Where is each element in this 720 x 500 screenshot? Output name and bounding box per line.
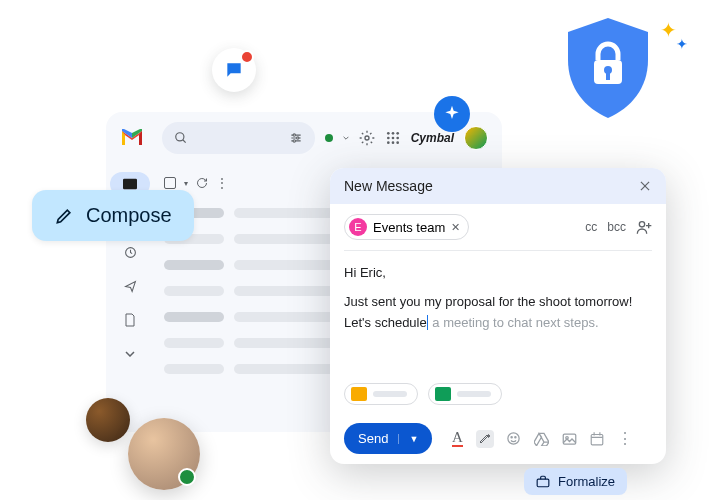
svg-point-15 bbox=[387, 141, 390, 144]
message-body[interactable]: Hi Eric, Just sent you my proposal for t… bbox=[330, 251, 666, 383]
svg-point-17 bbox=[396, 141, 399, 144]
recipients-row[interactable]: E Events team ✕ cc bcc bbox=[330, 204, 666, 250]
chip-remove-icon[interactable]: ✕ bbox=[451, 221, 460, 234]
chevron-down-icon[interactable]: ▾ bbox=[184, 179, 188, 188]
shield-lock-icon bbox=[564, 18, 652, 118]
formalize-label: Formalize bbox=[558, 474, 615, 489]
formalize-suggestion[interactable]: Formalize bbox=[524, 468, 627, 495]
bcc-button[interactable]: bcc bbox=[607, 220, 626, 234]
body-line2-suggestion: a meeting to chat next steps. bbox=[429, 315, 599, 330]
sparkle-icon: ✦ bbox=[676, 36, 688, 52]
svg-rect-22 bbox=[606, 72, 610, 80]
svg-rect-31 bbox=[563, 434, 576, 444]
magic-wand-icon[interactable] bbox=[476, 430, 494, 448]
svg-rect-37 bbox=[537, 479, 549, 487]
search-input[interactable] bbox=[162, 122, 315, 154]
compose-button[interactable]: Compose bbox=[32, 190, 194, 241]
compose-title: New Message bbox=[344, 178, 433, 194]
text-format-icon[interactable]: A bbox=[448, 430, 466, 448]
search-icon bbox=[174, 131, 188, 145]
send-label: Send bbox=[358, 431, 388, 446]
svg-point-30 bbox=[515, 437, 516, 438]
compose-header: New Message bbox=[330, 168, 666, 204]
svg-point-11 bbox=[396, 132, 399, 135]
svg-rect-33 bbox=[592, 434, 604, 444]
send-options-caret-icon[interactable]: ▼ bbox=[398, 434, 418, 444]
body-line1: Just sent you my proposal for the shoot … bbox=[344, 292, 652, 313]
status-dot-icon bbox=[325, 134, 333, 142]
svg-point-0 bbox=[176, 133, 184, 141]
sidebar-item-sent[interactable] bbox=[114, 274, 146, 298]
attachment-slides[interactable] bbox=[344, 383, 418, 405]
body-greeting: Hi Eric, bbox=[344, 263, 652, 284]
sidebar-item-more[interactable] bbox=[114, 342, 146, 366]
header-right: Cymbal bbox=[325, 126, 488, 150]
more-icon[interactable]: ⋮ bbox=[616, 430, 634, 448]
svg-point-9 bbox=[387, 132, 390, 135]
slides-icon bbox=[351, 387, 367, 401]
cc-button[interactable]: cc bbox=[585, 220, 597, 234]
contact-avatar[interactable] bbox=[128, 418, 200, 490]
apps-grid-icon[interactable] bbox=[385, 130, 401, 146]
send-button[interactable]: Send ▼ bbox=[344, 423, 432, 454]
pencil-icon bbox=[54, 206, 74, 226]
chevron-down-icon[interactable] bbox=[343, 135, 349, 141]
compose-label: Compose bbox=[86, 204, 172, 227]
svg-point-5 bbox=[293, 134, 295, 136]
drive-icon[interactable] bbox=[532, 430, 550, 448]
svg-point-13 bbox=[391, 137, 394, 140]
gmail-logo-icon bbox=[120, 129, 144, 147]
settings-icon[interactable] bbox=[359, 130, 375, 146]
svg-point-29 bbox=[511, 437, 512, 438]
svg-point-10 bbox=[391, 132, 394, 135]
attachments-row bbox=[330, 383, 666, 413]
brand-label: Cymbal bbox=[411, 131, 454, 145]
svg-point-8 bbox=[365, 136, 369, 140]
add-recipient-icon[interactable] bbox=[636, 220, 652, 234]
body-line2-typed: Let's schedule bbox=[344, 315, 427, 330]
select-all-checkbox[interactable] bbox=[164, 177, 176, 189]
svg-point-25 bbox=[639, 222, 644, 227]
svg-line-1 bbox=[183, 140, 186, 143]
close-icon[interactable] bbox=[638, 179, 652, 193]
recipient-chip[interactable]: E Events team ✕ bbox=[344, 214, 469, 240]
image-icon[interactable] bbox=[560, 430, 578, 448]
attachment-sheets[interactable] bbox=[428, 383, 502, 405]
refresh-icon[interactable] bbox=[196, 177, 208, 189]
svg-point-14 bbox=[396, 137, 399, 140]
emoji-icon[interactable] bbox=[504, 430, 522, 448]
chat-bubble-icon[interactable] bbox=[212, 48, 256, 92]
chip-label: Events team bbox=[373, 220, 445, 235]
svg-point-16 bbox=[391, 141, 394, 144]
compose-window: New Message E Events team ✕ cc bcc Hi Er… bbox=[330, 168, 666, 464]
svg-point-12 bbox=[387, 137, 390, 140]
attachment-name-placeholder bbox=[373, 391, 407, 397]
sheets-icon bbox=[435, 387, 451, 401]
briefcase-icon bbox=[536, 475, 550, 488]
svg-point-28 bbox=[508, 433, 519, 444]
sidebar-item-drafts[interactable] bbox=[114, 308, 146, 332]
svg-point-7 bbox=[293, 140, 295, 142]
sidebar-item-snoozed[interactable] bbox=[114, 240, 146, 264]
sparkle-icon: ✦ bbox=[660, 18, 677, 42]
tune-icon[interactable] bbox=[289, 131, 303, 145]
svg-rect-18 bbox=[123, 179, 137, 190]
compose-footer: Send ▼ A ⋮ bbox=[330, 413, 666, 464]
more-icon[interactable]: ⋮ bbox=[216, 176, 228, 190]
calendar-icon[interactable] bbox=[588, 430, 606, 448]
user-avatar[interactable] bbox=[464, 126, 488, 150]
contact-avatar[interactable] bbox=[86, 398, 130, 442]
sparkle-icon bbox=[434, 96, 470, 132]
chip-avatar: E bbox=[349, 218, 367, 236]
svg-point-6 bbox=[296, 137, 298, 139]
attachment-name-placeholder bbox=[457, 391, 491, 397]
